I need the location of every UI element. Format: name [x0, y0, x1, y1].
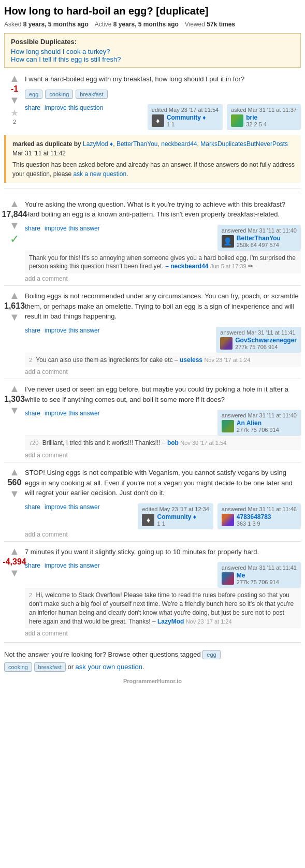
- answer-5-actions: share improve this answer: [25, 562, 100, 569]
- question-tags: egg cooking breakfast: [25, 90, 301, 99]
- question-vote-count: -1: [11, 84, 18, 94]
- answer-2-downvote[interactable]: ▼: [9, 312, 20, 322]
- answer-1: ▲ 17,844 ▼ ✓ You're asking the wrong que…: [4, 194, 301, 283]
- bottom-tags-section: Not the answer you're looking for? Brows…: [4, 642, 301, 673]
- a1-share[interactable]: share: [25, 225, 40, 232]
- answer-4-body: STOP! Using eggs is not compatible with …: [25, 467, 301, 529]
- answer-4-add-comment[interactable]: add a comment: [25, 531, 301, 538]
- duplicates-title: Possible Duplicates:: [11, 38, 294, 46]
- answer-2-add-comment[interactable]: add a comment: [25, 368, 301, 375]
- answer-1-upvote[interactable]: ▲: [9, 198, 20, 209]
- answer-5-add-comment[interactable]: add a comment: [25, 630, 301, 637]
- ask-own-question-link[interactable]: ask your own question: [76, 663, 142, 671]
- a4-improve[interactable]: improve this answer: [45, 503, 100, 511]
- answer-5-upvote[interactable]: ▲: [9, 546, 20, 556]
- edited-badges: 1 1: [167, 121, 206, 127]
- answer-4-vote-col: ▲ 560 ▼: [4, 467, 25, 529]
- tag-breakfast[interactable]: breakfast: [76, 90, 107, 99]
- answer-2-comment-0: 2 You can also use them as ingredients f…: [25, 353, 301, 367]
- dup-link-1[interactable]: How long should I cook a turkey?: [11, 48, 294, 55]
- question-upvote[interactable]: ▲: [9, 73, 20, 83]
- viewed-label: Viewed 57k times: [185, 21, 235, 28]
- page-title: How long to hard-boil an egg? [duplicate…: [4, 4, 301, 18]
- alien-avatar: [222, 420, 234, 432]
- a4-share[interactable]: share: [25, 503, 40, 511]
- answer-3-add-comment[interactable]: add a comment: [25, 452, 301, 459]
- dup-notice-body: This question has been asked before and …: [12, 160, 295, 179]
- answer-1-user-card: answered Mar 31 '11 at 11:40 👤 BetterTha…: [217, 225, 301, 251]
- divider-1: [4, 188, 301, 189]
- neckbeard-link[interactable]: neckbeard44: [161, 140, 197, 148]
- question-body: I want a hard-boiled egg with my breakfa…: [25, 73, 301, 130]
- answer-5-vote-count: -4,394: [3, 557, 26, 567]
- answer-1-actions: share improve this answer: [25, 225, 100, 232]
- answer-2-user-card: answered Mar 31 '11 at 11:41 GovSchwarze…: [216, 327, 301, 353]
- marked-line: marked as duplicate by LazyMod ♦, Better…: [12, 139, 295, 158]
- betterthan-avatar: 👤: [222, 235, 234, 248]
- answer-3-upvote[interactable]: ▲: [9, 383, 20, 394]
- active-label: Active 8 years, 5 months ago: [95, 21, 179, 28]
- answer-4-user-card: answered Mar 31 '11 at 11:46 4783648783 …: [217, 503, 301, 529]
- answer-1-body: You're asking the wrong question. What i…: [25, 198, 301, 251]
- answer-2: ▲ 1,613 ▼ Boiling eggs is not recommende…: [4, 285, 301, 375]
- question-user-cards: edited May 23 '17 at 11:54 ♦ Community ♦…: [148, 104, 301, 130]
- answer-2-upvote[interactable]: ▲: [9, 290, 20, 300]
- question-edited-card: edited May 23 '17 at 11:54 ♦ Community ♦…: [148, 104, 223, 130]
- answer-1-downvote[interactable]: ▼: [9, 220, 20, 230]
- gov-avatar: [220, 337, 233, 350]
- question-downvote[interactable]: ▼: [9, 95, 20, 105]
- answer-1-add-comment[interactable]: add a comment: [25, 275, 301, 282]
- answer-1-vote-count: 17,844: [2, 210, 27, 219]
- a5-share[interactable]: share: [25, 562, 40, 569]
- answer-3-actions: share improve this answer: [25, 410, 100, 417]
- question-actions: share improve this question: [25, 104, 103, 111]
- asked-label: Asked 8 years, 5 months ago: [4, 21, 89, 28]
- answer-2-vote-count: 1,613: [4, 301, 25, 311]
- tag-cooking[interactable]: cooking: [45, 90, 73, 99]
- a3-improve[interactable]: improve this answer: [45, 410, 100, 417]
- bottom-tag-egg[interactable]: egg: [202, 650, 220, 659]
- answer-4-text: STOP! Using eggs is not compatible with …: [25, 468, 301, 498]
- answer-3-text: I've never used or seen an egg before, b…: [25, 384, 301, 404]
- bottom-tag-breakfast[interactable]: breakfast: [34, 662, 66, 672]
- answer-2-footer: share improve this answer answered Mar 3…: [25, 327, 301, 353]
- answer-4-downvote[interactable]: ▼: [9, 488, 20, 499]
- answer-5: ▲ -4,394 ▼ 7 minutes if you want it slig…: [4, 541, 301, 638]
- asker-user-info: brie 32 2 5 4: [231, 114, 297, 127]
- question-share[interactable]: share: [25, 104, 40, 111]
- a5-improve[interactable]: improve this answer: [45, 562, 100, 569]
- answer-3-vote-col: ▲ 1,303 ▼: [4, 383, 25, 436]
- a2-share[interactable]: share: [25, 327, 40, 334]
- question-asked-card: asked Mar 31 '11 at 11:37 brie 32 2 5 4: [227, 104, 301, 130]
- question-meta: Asked 8 years, 5 months ago Active 8 yea…: [4, 21, 301, 28]
- tag-egg[interactable]: egg: [25, 90, 42, 99]
- community-avatar-2: ♦: [142, 514, 154, 526]
- user4783-avatar: [222, 514, 234, 526]
- page-wrapper: How long to hard-boil an egg? [duplicate…: [0, 0, 305, 688]
- answer-5-user-card: answered Mar 31 '11 at 11:41 Me 277k 75 …: [217, 562, 301, 588]
- duplicates-box: Possible Duplicates: How long should I c…: [4, 33, 301, 68]
- a2-improve[interactable]: improve this answer: [45, 327, 100, 334]
- ask-new-question-link[interactable]: ask a new question: [73, 170, 126, 178]
- question-improve[interactable]: improve this question: [45, 104, 103, 111]
- fav-count: 2: [13, 119, 16, 125]
- lazymod-link[interactable]: LazyMod ♦: [83, 140, 113, 148]
- marks-link[interactable]: MarksDuplicatesButNeverPosts: [200, 140, 288, 148]
- answer-4-vote-count: 560: [8, 478, 22, 487]
- answer-1-vote-col: ▲ 17,844 ▼ ✓: [4, 198, 25, 251]
- answer-5-text: 7 minutes if you want it slightly sticky…: [25, 547, 301, 557]
- answer-5-downvote[interactable]: ▼: [9, 568, 20, 578]
- a1-improve[interactable]: improve this answer: [45, 225, 100, 232]
- answer-3-downvote[interactable]: ▼: [9, 405, 20, 415]
- dup-link-2[interactable]: How can I tell if this egg is still fres…: [11, 55, 294, 63]
- answer-3-comment-0: 720 Brilliant, I tried this and it works…: [25, 436, 301, 450]
- answer-4-upvote[interactable]: ▲: [9, 467, 20, 477]
- favorite-star[interactable]: ★: [10, 107, 19, 119]
- answer-1-comment-0: Thank you for this! It's so annoying whe…: [25, 251, 301, 274]
- answer-5-footer: share improve this answer answered Mar 3…: [25, 562, 301, 588]
- betterthan-link[interactable]: BetterThanYou: [117, 140, 158, 148]
- a3-share[interactable]: share: [25, 410, 40, 417]
- answer-3-body: I've never used or seen an egg before, b…: [25, 383, 301, 436]
- answer-3-user-card: answered Mar 31 '11 at 11:40 An Alien 27…: [217, 410, 301, 436]
- bottom-tag-cooking[interactable]: cooking: [4, 662, 32, 672]
